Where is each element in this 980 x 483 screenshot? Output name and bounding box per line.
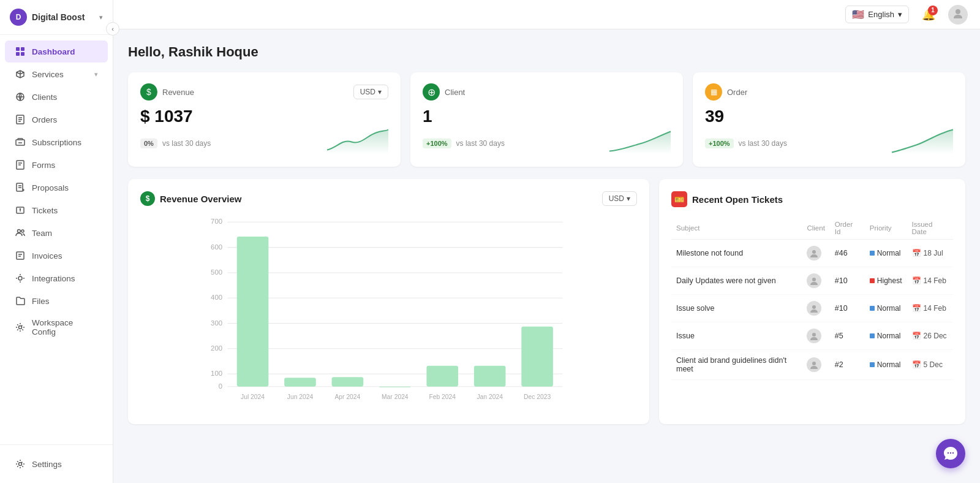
svg-point-10 xyxy=(20,209,21,210)
table-row: Client aid brand guidelines didn't meet … xyxy=(671,350,953,380)
ticket-client xyxy=(802,295,829,322)
dropdown-chevron-icon: ▾ xyxy=(378,88,382,96)
revenue-sparkline xyxy=(327,125,388,156)
user-icon xyxy=(952,7,964,21)
sidebar-item-clients[interactable]: Clients xyxy=(5,86,108,108)
calendar-icon: 📅 xyxy=(912,304,921,313)
sidebar-item-team[interactable]: Team xyxy=(5,222,108,244)
svg-text:600: 600 xyxy=(211,243,222,251)
stats-row: $ Revenue USD ▾ $ 1037 0% vs last 30 day… xyxy=(128,72,965,167)
sidebar-settings-label: Settings xyxy=(32,460,62,469)
subscriptions-icon xyxy=(15,137,26,148)
ticket-order-id: #2 xyxy=(830,350,865,380)
sidebar-item-label: Dashboard xyxy=(32,47,75,56)
sidebar-item-label: Invoices xyxy=(32,251,62,261)
sidebar-item-label: Orders xyxy=(32,115,57,124)
priority-dot-icon xyxy=(870,251,875,256)
bar-mar-2024 xyxy=(379,387,411,387)
sidebar-item-dashboard[interactable]: Dashboard xyxy=(5,40,108,63)
ticket-subject: Milestone not found xyxy=(671,240,802,267)
svg-point-43 xyxy=(812,305,816,309)
ticket-date: 📅 26 Dec xyxy=(907,322,953,350)
invoices-icon xyxy=(15,250,26,261)
revenue-value: $ 1037 xyxy=(140,107,388,126)
team-icon xyxy=(15,227,26,238)
sidebar-item-integrations[interactable]: Integrations xyxy=(5,267,108,289)
tickets-icon xyxy=(15,205,26,216)
svg-text:Jan 2024: Jan 2024 xyxy=(477,394,503,400)
ticket-date: 📅 14 Feb xyxy=(907,267,953,295)
priority-label: Normal xyxy=(877,332,901,340)
priority-label: Normal xyxy=(877,249,901,257)
ticket-date: 📅 5 Dec xyxy=(907,350,953,380)
calendar-icon: 📅 xyxy=(912,360,921,369)
svg-rect-2 xyxy=(16,52,20,56)
col-priority: Priority xyxy=(865,217,907,240)
revenue-period: vs last 30 days xyxy=(162,139,211,148)
language-selector[interactable]: 🇺🇸 English ▾ xyxy=(845,6,909,23)
svg-text:Mar 2024: Mar 2024 xyxy=(382,394,409,400)
table-row: Issue #5 Normal 📅 26 Dec xyxy=(671,322,953,350)
sidebar-item-forms[interactable]: Forms xyxy=(5,154,108,176)
settings-section: Settings xyxy=(0,444,113,483)
chevron-icon: ▾ xyxy=(94,70,98,78)
overview-currency-label: USD xyxy=(609,194,624,203)
client-badge: +100% xyxy=(423,139,451,148)
sidebar-item-tickets[interactable]: Tickets xyxy=(5,199,108,221)
ticket-priority: Normal xyxy=(865,350,907,380)
priority-label: Normal xyxy=(877,360,901,369)
client-period: vs last 30 days xyxy=(456,139,505,148)
chat-fab-button[interactable] xyxy=(936,439,965,468)
sidebar-item-files[interactable]: Files xyxy=(5,290,108,312)
box-icon xyxy=(15,69,26,80)
order-label: Order xyxy=(727,88,747,97)
priority-label: Normal xyxy=(877,304,901,313)
svg-point-14 xyxy=(18,276,22,280)
overview-dropdown-chevron-icon: ▾ xyxy=(627,194,630,203)
sidebar-item-orders[interactable]: Orders xyxy=(5,108,108,131)
priority-dot-icon xyxy=(870,278,875,283)
revenue-currency-dropdown[interactable]: USD ▾ xyxy=(353,85,388,99)
svg-point-41 xyxy=(812,250,816,254)
chevron-down-icon: ▾ xyxy=(99,13,103,21)
sidebar-item-proposals[interactable]: Proposals xyxy=(5,177,108,199)
ticket-date: 📅 18 Jul xyxy=(907,240,953,267)
svg-point-46 xyxy=(948,452,949,454)
svg-text:Feb 2024: Feb 2024 xyxy=(429,394,456,400)
svg-rect-3 xyxy=(21,52,24,56)
workspace-icon xyxy=(15,322,26,333)
svg-text:700: 700 xyxy=(211,218,222,225)
tickets-card: 🎫 Recent Open Tickets Subject Client Ord… xyxy=(659,179,965,424)
sidebar-item-label: Subscriptions xyxy=(32,138,81,147)
sidebar-item-settings[interactable]: Settings xyxy=(5,453,108,475)
sidebar-item-workspace[interactable]: Workspace Config xyxy=(5,313,108,342)
sidebar-item-services[interactable]: Services ▾ xyxy=(5,63,108,85)
sidebar-item-label: Workspace Config xyxy=(32,318,98,337)
ticket-subject: Client aid brand guidelines didn't meet xyxy=(671,350,802,380)
bar-feb-2024 xyxy=(426,366,458,387)
client-avatar xyxy=(807,273,821,288)
notifications-button[interactable]: 🔔 1 xyxy=(919,5,938,25)
svg-text:Dec 2023: Dec 2023 xyxy=(524,394,551,400)
grid-icon xyxy=(15,46,26,57)
sidebar-item-subscriptions[interactable]: Subscriptions xyxy=(5,131,108,153)
svg-point-16 xyxy=(19,463,22,466)
svg-text:100: 100 xyxy=(211,370,222,377)
col-subject: Subject xyxy=(671,217,802,240)
lang-chevron-icon: ▾ xyxy=(898,10,902,19)
sidebar-item-label: Integrations xyxy=(32,274,75,283)
logo[interactable]: D Digital Boost ▾ xyxy=(0,0,113,35)
bar-jul-2024 xyxy=(237,237,269,387)
revenue-bar-chart: 700 600 500 400 300 200 100 0 xyxy=(140,216,637,412)
priority-dot-icon xyxy=(870,362,875,367)
svg-rect-0 xyxy=(16,47,20,51)
sidebar-item-invoices[interactable]: Invoices xyxy=(5,245,108,267)
svg-text:300: 300 xyxy=(211,319,222,327)
date-label: 18 Jul xyxy=(924,249,943,257)
user-avatar-button[interactable] xyxy=(948,5,968,25)
priority-label: Highest xyxy=(877,276,902,285)
sidebar-item-label: Clients xyxy=(32,93,57,102)
revenue-overview-currency-dropdown[interactable]: USD ▾ xyxy=(602,191,637,206)
collapse-sidebar-button[interactable]: ‹ xyxy=(106,22,119,36)
client-icon: ⊕ xyxy=(423,83,440,101)
